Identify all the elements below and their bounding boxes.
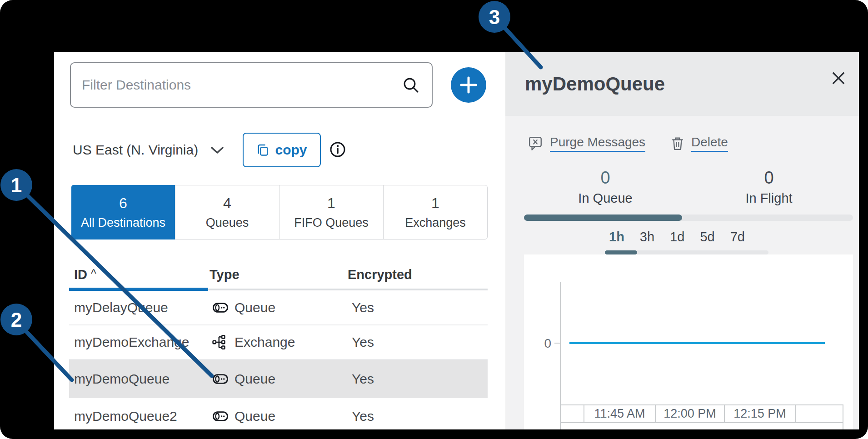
- table-row-myDelayQueue[interactable]: myDelayQueue Queue Yes: [69, 291, 488, 325]
- search-box: [70, 62, 433, 108]
- callout-number-2: 2: [11, 309, 22, 331]
- copy-button[interactable]: copy: [243, 133, 321, 167]
- tab-all-destinations[interactable]: 6 All Destinations: [71, 185, 175, 239]
- chart-x-tick-label: 12:15 PM: [724, 405, 795, 422]
- tab-count: 6: [119, 195, 127, 212]
- chart-x-axis-row2: [560, 423, 843, 429]
- stat-value: 0: [555, 168, 655, 187]
- time-range-indicator-thumb: [605, 250, 637, 254]
- table-row-myDemoQueue-selected[interactable]: myDemoQueue Queue Yes: [69, 360, 488, 398]
- column-header-id[interactable]: ID^: [74, 267, 96, 282]
- table-row-myDemoQueue2[interactable]: myDemoQueue2 Queue Yes: [69, 398, 488, 429]
- screenshot-frame: US East (N. Virginia) copy 6 All Destina…: [0, 0, 868, 439]
- tab-label: Exchanges: [405, 216, 466, 230]
- chart-y-tick: [554, 343, 560, 344]
- callout-badge-3: [479, 1, 510, 33]
- purge-messages-label: Purge Messages: [550, 135, 645, 152]
- header-divider: [208, 289, 488, 290]
- exchange-icon: [212, 335, 229, 349]
- destination-filter-tabs: 6 All Destinations 4 Queues 1 FIFO Queue…: [71, 185, 488, 239]
- queue-ratio-bar-fill: [524, 215, 682, 221]
- row-type: Queue: [234, 371, 275, 387]
- stat-label: In Queue: [555, 191, 655, 206]
- row-encrypted: Yes: [352, 300, 374, 315]
- tab-label: All Destinations: [81, 216, 165, 230]
- chart-x-cell-empty: [795, 405, 843, 422]
- detail-header: myDemoQueue: [505, 52, 859, 116]
- destinations-panel: US East (N. Virginia) copy 6 All Destina…: [54, 52, 505, 429]
- purge-messages-link[interactable]: Purge Messages: [528, 135, 645, 152]
- time-range-1h[interactable]: 1h: [609, 229, 624, 244]
- plus-icon: [459, 75, 479, 95]
- search-icon: [402, 76, 420, 96]
- chart-y-axis: [560, 282, 561, 405]
- purge-messages-icon: [528, 136, 543, 151]
- time-range-1d[interactable]: 1d: [670, 229, 684, 244]
- callout-number-3: 3: [489, 6, 500, 28]
- row-type: Queue: [234, 300, 275, 315]
- row-id: myDemoQueue: [74, 371, 170, 387]
- time-range-3h[interactable]: 3h: [640, 229, 654, 244]
- tab-count: 4: [223, 195, 231, 212]
- copy-icon: [256, 143, 269, 157]
- row-encrypted: Yes: [352, 334, 374, 350]
- time-range-tabs: 1h 3h 1d 5d 7d: [609, 229, 745, 244]
- stat-in-queue: 0 In Queue: [555, 168, 655, 206]
- row-type: Queue: [234, 409, 275, 424]
- row-encrypted: Yes: [352, 371, 374, 387]
- row-id: myDemoQueue2: [74, 409, 177, 424]
- column-header-type: Type: [210, 267, 239, 282]
- stat-in-flight: 0 In Flight: [719, 168, 819, 206]
- stat-value: 0: [719, 168, 819, 187]
- chart-x-tick-label: 11:45 AM: [584, 405, 655, 422]
- queue-detail-panel: myDemoQueue Purge Messages Delete 0 In Q…: [505, 52, 859, 429]
- column-header-id-label: ID: [74, 267, 87, 282]
- queue-icon: [212, 410, 229, 423]
- time-range-5d[interactable]: 5d: [700, 229, 714, 244]
- row-id: myDelayQueue: [74, 300, 168, 315]
- stat-label: In Flight: [719, 191, 819, 206]
- queue-icon: [212, 302, 229, 314]
- chevron-down-icon: [210, 146, 224, 157]
- sort-active-underline: [69, 288, 208, 291]
- tab-count: 1: [431, 195, 439, 212]
- callout-badge-2: [0, 304, 32, 335]
- add-destination-button[interactable]: [451, 67, 486, 103]
- callout-badge-1: [0, 169, 32, 201]
- delete-label: Delete: [691, 135, 728, 152]
- tab-count: 1: [327, 195, 335, 212]
- tab-queues[interactable]: 4 Queues: [175, 185, 279, 239]
- row-type: Exchange: [234, 334, 295, 350]
- region-selector[interactable]: US East (N. Virginia): [73, 137, 224, 163]
- time-range-7d[interactable]: 7d: [730, 229, 745, 244]
- delete-link[interactable]: Delete: [671, 135, 728, 152]
- info-icon[interactable]: [329, 141, 346, 158]
- trash-icon: [671, 136, 684, 151]
- chart-x-axis-labels: 11:45 AM 12:00 PM 12:15 PM: [560, 404, 843, 423]
- chart-x-tick-label: 12:00 PM: [655, 405, 724, 422]
- callout-number-1: 1: [11, 174, 22, 196]
- metrics-chart: 0 11:45 AM 12:00 PM 12:15 PM: [524, 254, 853, 429]
- close-icon[interactable]: [828, 67, 849, 89]
- table-row-myDemoExchange[interactable]: myDemoExchange Exchange Yes: [69, 325, 488, 360]
- tab-label: Queues: [206, 216, 249, 230]
- column-header-encrypted: Encrypted: [348, 267, 412, 282]
- row-id: myDemoExchange: [74, 334, 189, 350]
- sort-asc-icon: ^: [91, 267, 96, 280]
- tab-exchanges[interactable]: 1 Exchanges: [384, 185, 487, 239]
- row-encrypted: Yes: [352, 409, 374, 424]
- chart-series-line: [569, 342, 825, 344]
- time-range-indicator-track: [605, 250, 768, 254]
- copy-button-label: copy: [275, 142, 307, 158]
- queue-ratio-bar: [524, 215, 853, 221]
- page-title: myDemoQueue: [525, 73, 665, 95]
- tab-fifo-queues[interactable]: 1 FIFO Queues: [279, 185, 384, 239]
- tab-label: FIFO Queues: [294, 216, 369, 230]
- chart-y-tick-label: 0: [533, 336, 551, 351]
- destinations-table: myDelayQueue Queue Yes myDemoExchange Ex…: [69, 291, 488, 429]
- queue-icon: [212, 373, 229, 385]
- region-selector-label: US East (N. Virginia): [73, 142, 198, 158]
- chart-x-cell-empty: [561, 405, 584, 422]
- search-input[interactable]: [70, 62, 433, 108]
